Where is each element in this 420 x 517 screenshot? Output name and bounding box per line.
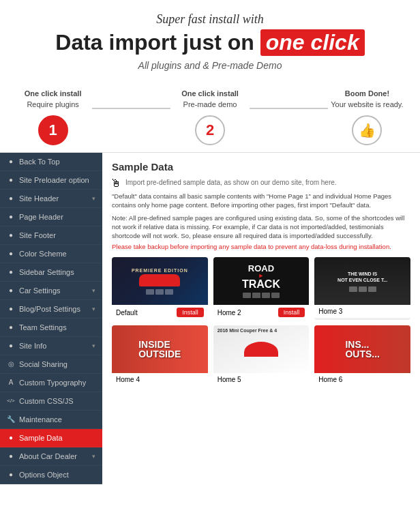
thumb-home3-bg: THE WIND ISNOT EVEN CLOSE T... — [314, 257, 410, 305]
team-settings-icon: ● — [7, 323, 15, 331]
color-scheme-icon: ● — [7, 250, 15, 257]
main-title-highlight: one click — [260, 29, 365, 56]
install-button-default[interactable]: Install — [177, 308, 204, 317]
sidebar-item-options[interactable]: ● Options Object — [0, 466, 102, 484]
theme-grid: PREMIERE EDITION Default Install — [112, 257, 410, 386]
install-button-home2[interactable]: Install — [278, 308, 305, 317]
sidebar-item-label: Team Settings — [19, 323, 67, 331]
content-note: "Default" data contains all basic sample… — [112, 192, 410, 210]
connector-1 — [92, 108, 170, 109]
road-text: ROAD ► TRACK — [242, 264, 280, 290]
sidebar-item-about[interactable]: ● About Car Dealer ▾ — [0, 447, 102, 466]
home6-text: INS...OUTS... — [345, 340, 380, 359]
site-info-icon: ● — [7, 342, 15, 349]
line-2 — [250, 108, 328, 109]
track-label: TRACK — [242, 279, 280, 290]
sidebar-item-color-scheme[interactable]: ● Color Scheme — [0, 245, 102, 263]
sidebar-item-label: Maintenance — [19, 415, 62, 424]
sidebar-item-sidebar-settings[interactable]: ● Sidebar Settings — [0, 263, 102, 282]
icon-dot — [271, 293, 280, 298]
page-header-icon: ● — [7, 213, 15, 220]
sample-data-icon: ● — [7, 434, 15, 441]
theme-footer-home5: Home 5 — [213, 373, 310, 386]
chevron-right-icon: ▾ — [92, 453, 95, 460]
step-1: One click install Require plugins 1 — [14, 89, 92, 145]
sidebar: ● Back To Top ● Site Preloader option ● … — [0, 153, 102, 484]
sidebar-settings-icon: ● — [7, 268, 15, 276]
thumb-icons-row-home2 — [243, 293, 280, 298]
theme-name-home2: Home 2 — [217, 309, 241, 316]
step-2: One click install Pre-made demo 2 — [170, 89, 249, 145]
site-footer-icon: ● — [7, 231, 15, 239]
cursor-icon: 🖱 — [110, 177, 121, 190]
sidebar-item-custom-css[interactable]: </> Custom CSS/JS — [0, 392, 102, 411]
options-icon: ● — [7, 471, 15, 478]
theme-footer-home2: Home 2 Install — [213, 305, 310, 320]
sidebar-item-team-settings[interactable]: ● Team Settings — [0, 319, 102, 337]
main-title-text: Data import just on — [55, 30, 254, 55]
icon-dot — [262, 293, 270, 298]
step-3-circle-row: 👍 — [328, 115, 406, 145]
chevron-right-icon: ▾ — [92, 287, 95, 294]
icon-dot — [252, 293, 260, 298]
sidebar-item-site-info[interactable]: ● Site Info ▾ — [0, 337, 102, 355]
thumb-home6-bg: INS...OUTS... — [314, 325, 410, 373]
maintenance-icon: 🔧 — [7, 415, 15, 423]
sidebar-item-sample-data[interactable]: ● Sample Data — [0, 429, 102, 447]
main-title: Data import just on one click — [14, 29, 406, 56]
thumb-icons-row-home3 — [349, 286, 376, 292]
sidebar-item-label: Site Info — [19, 342, 46, 350]
thumb-icons-row — [132, 289, 188, 295]
back-to-top-icon: ● — [7, 158, 15, 165]
sidebar-item-car-settings[interactable]: ● Car Settings ▾ — [0, 282, 102, 300]
sidebar-item-site-footer[interactable]: ● Site Footer — [0, 226, 102, 245]
thumb-inside-bg: INSIDEOUTSIDE — [112, 325, 208, 373]
sidebar-item-maintenance[interactable]: 🔧 Maintenance — [0, 411, 102, 429]
thumb-default-inner: PREMIERE EDITION — [132, 268, 188, 295]
thumb-mini-bg: 2016 Mini Couper Free & 4 — [213, 325, 310, 373]
typography-icon: A — [7, 379, 15, 386]
preloader-icon: ● — [7, 176, 15, 183]
sidebar-item-label: Color Scheme — [19, 250, 67, 258]
step-3-circle: 👍 — [352, 115, 382, 145]
sidebar-item-custom-typography[interactable]: A Custom Typography — [0, 374, 102, 392]
theme-thumb-home6: INS...OUTS... — [314, 325, 410, 373]
theme-name-home3: Home 3 — [318, 308, 342, 315]
car-settings-icon: ● — [7, 286, 15, 294]
sidebar-item-label: Page Header — [19, 213, 63, 221]
sidebar-item-back-to-top[interactable]: ● Back To Top — [0, 153, 102, 171]
sidebar-item-social-sharing[interactable]: ◎ Social Sharing — [0, 355, 102, 374]
sidebar-item-site-header[interactable]: ● Site Header ▾ — [0, 190, 102, 208]
sidebar-item-label: About Car Dealer — [19, 452, 77, 460]
header-description: All plugins and & Pre-made Demo — [14, 60, 406, 71]
steps-row: One click install Require plugins 1 One … — [0, 89, 420, 152]
sidebar-item-blog-settings[interactable]: ● Blog/Post Settings ▾ — [0, 300, 102, 319]
sidebar-item-page-header[interactable]: ● Page Header — [0, 208, 102, 226]
content-area: Sample Data 🖱 Import pre-defined sample … — [102, 153, 420, 484]
icon-dot — [349, 286, 357, 292]
site-header-icon: ● — [7, 194, 15, 202]
css-icon: </> — [7, 398, 15, 404]
sidebar-item-label: Site Footer — [19, 231, 56, 239]
thumb-car-shape — [139, 274, 180, 286]
sidebar-item-label: Site Preloader option — [19, 176, 89, 184]
sidebar-item-label: Sample Data — [19, 434, 63, 442]
sidebar-item-label: Social Sharing — [19, 360, 68, 368]
icon-dot — [155, 289, 164, 295]
icon-dot — [165, 289, 173, 295]
blog-settings-icon: ● — [7, 305, 15, 312]
theme-footer-home4: Home 4 — [112, 373, 208, 386]
step-1-circle: 1 — [38, 115, 68, 145]
subtitle: Super fast install with — [14, 12, 406, 27]
theme-card-home4: INSIDEOUTSIDE Home 4 — [112, 325, 208, 386]
sidebar-item-site-preloader[interactable]: ● Site Preloader option — [0, 171, 102, 190]
chevron-right-icon: ▾ — [92, 195, 95, 202]
theme-card-default: PREMIERE EDITION Default Install — [112, 257, 208, 320]
wind-text: THE WIND ISNOT EVEN CLOSE T... — [338, 271, 387, 283]
step-2-circle-row: 2 — [170, 115, 249, 145]
icon-dot — [368, 286, 376, 292]
step-3-label: Boom Done! Your website is ready. — [328, 89, 406, 110]
sidebar-item-label: Options Object — [19, 471, 69, 479]
chevron-right-icon: ▾ — [92, 306, 95, 312]
step-2-label: One click install Pre-made demo — [170, 89, 249, 110]
